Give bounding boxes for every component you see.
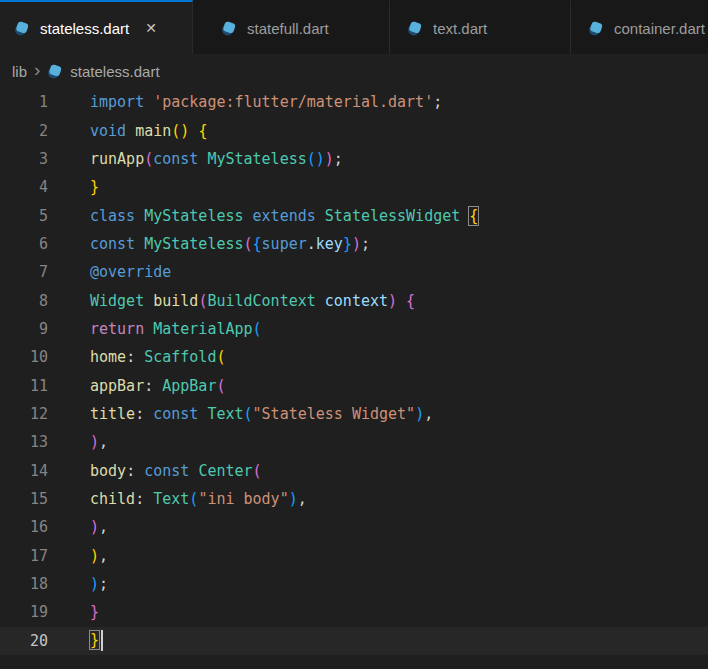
code-token: const (90, 235, 135, 253)
code-token: : (126, 462, 144, 480)
code-token: Center (198, 462, 252, 480)
code-line[interactable]: 13), (0, 428, 708, 456)
tab-text-dart[interactable]: text.dart (390, 0, 571, 54)
line-number: 5 (0, 207, 48, 225)
code-line[interactable]: 6const MyStateless({super.key}); (0, 230, 708, 258)
code-token: context (325, 292, 388, 310)
code-text: runApp(const MyStateless()); (48, 150, 343, 168)
code-token: class (90, 207, 135, 225)
dart-icon (407, 20, 423, 36)
code-token: ) (325, 150, 334, 168)
line-number: 8 (0, 292, 48, 310)
code-line[interactable]: 7@override (0, 258, 708, 286)
code-token: } (90, 603, 99, 621)
code-token (144, 93, 153, 111)
code-token: title (90, 405, 135, 423)
code-text: } (48, 603, 99, 621)
code-line[interactable]: 9return MaterialApp( (0, 315, 708, 343)
breadcrumb-file[interactable]: stateless.dart (70, 63, 159, 80)
code-text: } (48, 178, 99, 196)
code-token (144, 292, 153, 310)
code-token: build (153, 292, 198, 310)
code-token: ( (244, 405, 253, 423)
code-token: ; (99, 575, 108, 593)
code-token: @override (90, 263, 171, 281)
code-text: const MyStateless({super.key}); (48, 235, 370, 253)
code-token: "ini body" (198, 490, 288, 508)
code-token: , (99, 518, 108, 536)
code-token: ) (388, 292, 397, 310)
code-token: { (406, 292, 415, 310)
code-line[interactable]: 12title: const Text("Stateless Widget"), (0, 400, 708, 428)
dart-icon (588, 20, 604, 36)
line-number: 7 (0, 263, 48, 281)
code-line[interactable]: 15child: Text("ini body"), (0, 485, 708, 513)
code-token: } (90, 631, 99, 649)
code-token (316, 292, 325, 310)
code-line[interactable]: 5class MyStateless extends StatelessWidg… (0, 201, 708, 229)
code-text: home: Scaffold( (48, 348, 225, 366)
tab-container-dart[interactable]: container.dart (571, 0, 708, 54)
line-number: 20 (0, 632, 48, 650)
code-text: @override (48, 263, 171, 281)
code-line[interactable]: 8Widget build(BuildContext context) { (0, 286, 708, 314)
tab-label: statefull.dart (247, 20, 329, 37)
code-text: class MyStateless extends StatelessWidge… (48, 207, 478, 225)
line-number: 13 (0, 433, 48, 451)
line-number: 9 (0, 320, 48, 338)
code-line[interactable]: 18); (0, 570, 708, 598)
code-token: { (253, 235, 262, 253)
code-line[interactable]: 1import 'package:flutter/material.dart'; (0, 88, 708, 116)
code-line[interactable]: 14body: const Center( (0, 456, 708, 484)
code-token: () (307, 150, 325, 168)
code-text: Widget build(BuildContext context) { (48, 292, 415, 310)
code-text: title: const Text("Stateless Widget"), (48, 405, 433, 423)
code-token: () (171, 122, 189, 140)
code-token: MaterialApp (153, 320, 252, 338)
code-token: return (90, 320, 144, 338)
close-icon[interactable]: ✕ (142, 19, 160, 37)
code-token: ) (90, 575, 99, 593)
code-token: const (144, 462, 189, 480)
code-line[interactable]: 3runApp(const MyStateless()); (0, 145, 708, 173)
code-token (126, 122, 135, 140)
dart-icon (14, 20, 30, 36)
tab-label: text.dart (433, 20, 487, 37)
dart-icon (47, 63, 63, 79)
code-editor[interactable]: 1import 'package:flutter/material.dart';… (0, 88, 708, 655)
code-token: ( (244, 235, 253, 253)
code-line[interactable]: 17), (0, 542, 708, 570)
line-number: 10 (0, 348, 48, 366)
code-token: appBar (90, 377, 144, 395)
code-line[interactable]: 19} (0, 598, 708, 626)
code-token: Widget (90, 292, 144, 310)
line-number: 2 (0, 122, 48, 140)
code-line[interactable]: 20} (0, 627, 708, 655)
line-number: 6 (0, 235, 48, 253)
code-token: ( (253, 462, 262, 480)
code-token: body (90, 462, 126, 480)
code-token: key (316, 235, 343, 253)
breadcrumb: lib › stateless.dart (0, 54, 708, 88)
code-token: ( (253, 320, 262, 338)
breadcrumb-folder[interactable]: lib (12, 63, 27, 80)
tab-stateless-dart[interactable]: stateless.dart✕ (0, 0, 193, 54)
code-token: BuildContext (207, 292, 315, 310)
tab-bar: stateless.dart✕ statefull.dart text.dart… (0, 0, 708, 54)
code-line[interactable]: 4} (0, 173, 708, 201)
code-token: ) (289, 490, 298, 508)
code-line[interactable]: 16), (0, 513, 708, 541)
text-cursor (101, 630, 103, 651)
code-text: void main() { (48, 122, 207, 140)
code-token: MyStateless (144, 207, 243, 225)
tab-statefull-dart[interactable]: statefull.dart (193, 0, 390, 54)
code-line[interactable]: 10home: Scaffold( (0, 343, 708, 371)
code-token: . (307, 235, 316, 253)
line-number: 4 (0, 178, 48, 196)
code-token: StatelessWidget (325, 207, 460, 225)
code-line[interactable]: 11appBar: AppBar( (0, 371, 708, 399)
code-token (316, 207, 325, 225)
code-text: return MaterialApp( (48, 320, 262, 338)
line-number: 18 (0, 575, 48, 593)
code-line[interactable]: 2void main() { (0, 116, 708, 144)
